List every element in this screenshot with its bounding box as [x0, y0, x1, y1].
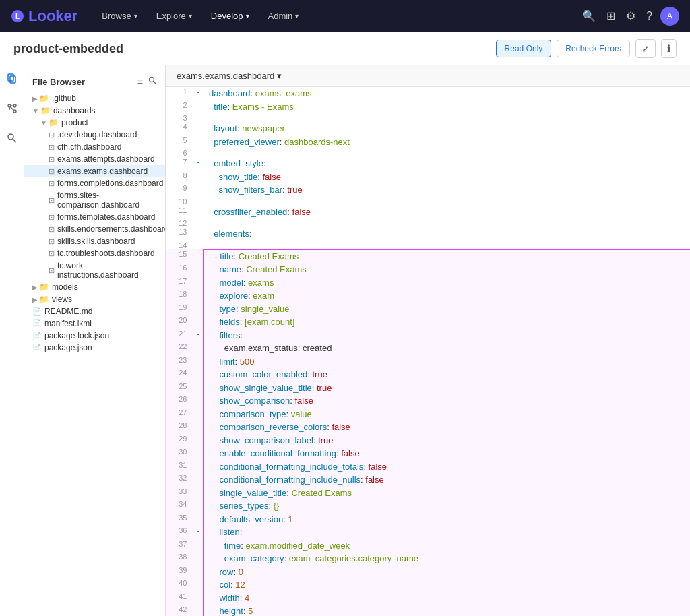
- read-only-button[interactable]: Read Only: [496, 40, 552, 57]
- line-code-37[interactable]: time: exam.modified_date_week: [203, 539, 690, 553]
- line-code-41[interactable]: width: 4: [203, 592, 690, 605]
- breadcrumb-dropdown[interactable]: exams.exams.dashboard ▾: [177, 71, 282, 81]
- line-code-36[interactable]: listen:: [203, 526, 690, 539]
- line-code-19[interactable]: type: single_value: [203, 303, 690, 316]
- line-code-25[interactable]: show_single_value_title: true: [203, 381, 690, 395]
- tree-item-exams-exams-dashboard[interactable]: ⊡exams.exams.dashboard: [24, 165, 165, 177]
- tree-item-forms-completions-dashboard[interactable]: ⊡forms.completions.dashboard: [24, 177, 165, 189]
- user-avatar[interactable]: A: [660, 7, 679, 26]
- tree-item-skills-skills-dashboard[interactable]: ⊡skills.skills.dashboard: [24, 235, 165, 247]
- sidebar-search-icon[interactable]: [148, 76, 157, 87]
- line-code-4[interactable]: layout: newspaper: [203, 122, 690, 135]
- nav-admin[interactable]: Admin ▾: [260, 7, 307, 25]
- line-code-3[interactable]: [203, 113, 690, 122]
- line-code-29[interactable]: show_comparison_label: true: [203, 434, 690, 448]
- line-code-38[interactable]: exam_category: exam_categories.category_…: [203, 552, 690, 565]
- git-icon[interactable]: [4, 100, 20, 119]
- code-line-3: 3: [166, 113, 690, 122]
- line-number-34: 34: [166, 499, 193, 513]
- tree-item-product[interactable]: ▼📁product: [24, 117, 165, 129]
- line-code-1[interactable]: dashboard: exams_exams: [203, 87, 690, 100]
- tree-item-cfh-cfh-dashboard[interactable]: ⊡cfh.cfh.dashboard: [24, 141, 165, 153]
- line-code-18[interactable]: explore: exam: [203, 289, 690, 303]
- line-marker-37: [193, 539, 203, 553]
- line-code-34[interactable]: series_types: {}: [203, 499, 690, 513]
- tree-item-views[interactable]: ▶📁views: [24, 293, 165, 305]
- line-code-24[interactable]: custom_color_enabled: true: [203, 368, 690, 381]
- tree-item--dev-debug-dashboard[interactable]: ⊡.dev.debug.dashboard: [24, 129, 165, 141]
- tree-item-manifest-lkml[interactable]: 📄manifest.lkml: [24, 317, 165, 330]
- line-code-6[interactable]: [203, 148, 690, 157]
- line-code-7[interactable]: embed_style:: [203, 157, 690, 171]
- breadcrumb-text: exams.exams.dashboard: [177, 71, 274, 81]
- nav-explore[interactable]: Explore ▾: [148, 7, 200, 25]
- line-code-9[interactable]: show_filters_bar: true: [203, 183, 690, 197]
- line-number-14: 14: [166, 241, 193, 249]
- tree-item-dashboards[interactable]: ▼📁dashboards: [24, 104, 165, 117]
- tree-item-exams-attempts-dashboard[interactable]: ⊡exams.attempts.dashboard: [24, 153, 165, 165]
- tree-item-package-json[interactable]: 📄package.json: [24, 342, 165, 354]
- search-sidebar-icon[interactable]: [4, 130, 20, 149]
- sidebar-menu-icon[interactable]: ≡: [137, 76, 143, 87]
- svg-rect-2: [8, 74, 13, 81]
- line-code-31[interactable]: conditional_formatting_include_totals: f…: [203, 460, 690, 474]
- line-number-5: 5: [166, 135, 193, 149]
- nav-browse[interactable]: Browse ▾: [94, 7, 145, 25]
- line-number-4: 4: [166, 122, 193, 135]
- line-code-14[interactable]: [203, 241, 690, 249]
- line-code-15[interactable]: - title: Created Exams: [203, 249, 690, 264]
- file-tree: ▶📁.github▼📁dashboards▼📁product⊡.dev.debu…: [24, 92, 165, 354]
- line-code-17[interactable]: model: exams: [203, 276, 690, 290]
- line-code-33[interactable]: single_value_title: Created Exams: [203, 487, 690, 500]
- line-code-32[interactable]: conditional_formatting_include_nulls: fa…: [203, 473, 690, 487]
- expand-button[interactable]: ⤢: [635, 39, 656, 58]
- line-code-8[interactable]: show_title: false: [203, 171, 690, 184]
- line-code-39[interactable]: row: 0: [203, 565, 690, 579]
- search-icon[interactable]: 🔍: [579, 7, 598, 25]
- tree-item--github[interactable]: ▶📁.github: [24, 92, 165, 104]
- line-code-27[interactable]: comparison_type: value: [203, 408, 690, 421]
- tree-item-tc-troubleshoots-dashboard[interactable]: ⊡tc.troubleshoots.dashboard: [24, 247, 165, 259]
- line-code-2[interactable]: title: Exams - Exams: [203, 100, 690, 114]
- line-code-35[interactable]: defaults_version: 1: [203, 513, 690, 526]
- grid-icon[interactable]: ⊞: [604, 7, 618, 25]
- line-code-21[interactable]: filters:: [203, 329, 690, 342]
- tree-item-README-md[interactable]: 📄README.md: [24, 305, 165, 317]
- line-code-26[interactable]: show_comparison: false: [203, 394, 690, 408]
- line-code-23[interactable]: limit: 500: [203, 355, 690, 369]
- line-code-10[interactable]: [203, 197, 690, 206]
- line-number-30: 30: [166, 447, 193, 460]
- line-code-40[interactable]: col: 12: [203, 578, 690, 592]
- help-icon[interactable]: ?: [644, 7, 655, 25]
- line-marker-34: [193, 499, 203, 513]
- line-code-20[interactable]: fields: [exam.count]: [203, 315, 690, 329]
- tree-item-forms-sites-comparison-dashboard[interactable]: ⊡forms.sites-comparison.dashboard: [24, 189, 165, 211]
- line-code-28[interactable]: comparison_reverse_colors: false: [203, 421, 690, 434]
- tree-item-tc-work-instructions-dashboard[interactable]: ⊡tc.work-instructions.dashboard: [24, 259, 165, 281]
- info-button[interactable]: ℹ: [661, 39, 677, 58]
- tree-item-models[interactable]: ▶📁models: [24, 281, 165, 293]
- tree-item-forms-templates-dashboard[interactable]: ⊡forms.templates.dashboard: [24, 211, 165, 223]
- line-code-16[interactable]: name: Created Exams: [203, 263, 690, 276]
- line-code-42[interactable]: height: 5: [203, 605, 690, 616]
- line-code-13[interactable]: elements:: [203, 227, 690, 241]
- line-code-22[interactable]: exam.exam_status: created: [203, 342, 690, 355]
- tree-item-package-lock-json[interactable]: 📄package-lock.json: [24, 330, 165, 342]
- line-code-12[interactable]: [203, 218, 690, 227]
- editor-header: exams.exams.dashboard ▾: [166, 65, 690, 87]
- line-marker-2: [193, 100, 203, 114]
- files-icon[interactable]: [4, 71, 20, 90]
- gear-icon[interactable]: ⚙: [623, 7, 638, 25]
- recheck-errors-button[interactable]: Recheck Errors: [557, 40, 630, 57]
- line-code-11[interactable]: crossfilter_enabled: false: [203, 206, 690, 219]
- nav-develop[interactable]: Develop ▾: [203, 7, 257, 25]
- code-line-35: 35 defaults_version: 1: [166, 513, 690, 526]
- line-marker-24: [193, 368, 203, 381]
- code-line-37: 37 time: exam.modified_date_week: [166, 539, 690, 553]
- code-editor[interactable]: 1-dashboard: exams_exams2 title: Exams -…: [166, 87, 690, 616]
- line-code-30[interactable]: enable_conditional_formatting: false: [203, 447, 690, 460]
- line-number-23: 23: [166, 355, 193, 369]
- line-code-5[interactable]: preferred_viewer: dashboards-next: [203, 135, 690, 149]
- tree-item-skills-endorsements-dashboard[interactable]: ⊡skills.endorsements.dashboard: [24, 223, 165, 235]
- logo[interactable]: L Looker: [11, 7, 77, 25]
